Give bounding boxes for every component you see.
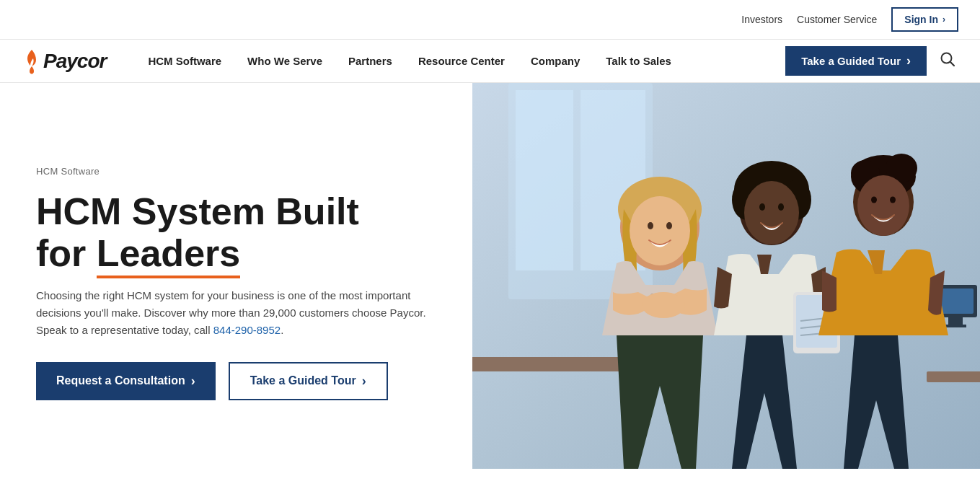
nav-item-resource-center[interactable]: Resource Center <box>405 40 518 83</box>
svg-line-1 <box>950 62 955 66</box>
signin-button[interactable]: Sign In › <box>891 7 958 32</box>
svg-point-14 <box>630 196 690 265</box>
paycor-wordmark: Paycor <box>43 50 106 73</box>
nav-item-partners[interactable]: Partners <box>335 40 405 83</box>
paycor-flame-icon <box>22 48 42 74</box>
consultation-chevron: › <box>191 374 195 389</box>
paycor-logo[interactable]: Paycor <box>22 48 106 74</box>
svg-rect-11 <box>945 325 966 327</box>
nav-item-who-we-serve[interactable]: Who We Serve <box>234 40 335 83</box>
hero-buttons: Request a Consultation › Take a Guided T… <box>36 362 436 400</box>
nav-guided-tour-button[interactable]: Take a Guided Tour › <box>785 46 927 76</box>
svg-point-30 <box>778 203 784 211</box>
hero-title: HCM System Built for Leaders <box>36 191 436 273</box>
search-button[interactable] <box>937 48 958 74</box>
svg-rect-6 <box>472 357 638 371</box>
nav-links: HCM Software Who We Serve Partners Resou… <box>135 40 785 83</box>
hero-title-underlined: Leaders <box>97 232 240 278</box>
logo-area[interactable]: Paycor <box>22 48 106 74</box>
svg-rect-10 <box>948 317 963 325</box>
svg-rect-4 <box>516 90 573 270</box>
hero-section: HCM Software HCM System Built for Leader… <box>0 83 980 469</box>
top-bar: Investors Customer Service Sign In › <box>0 0 980 40</box>
investors-link[interactable]: Investors <box>741 14 782 25</box>
svg-point-29 <box>759 203 765 211</box>
signin-chevron: › <box>943 14 945 25</box>
nav-right: Take a Guided Tour › <box>785 46 958 76</box>
svg-point-28 <box>744 181 799 244</box>
hero-image <box>472 83 980 469</box>
hero-description: Choosing the right HCM system for your b… <box>36 287 436 339</box>
hero-guided-tour-button[interactable]: Take a Guided Tour › <box>229 362 388 400</box>
guided-tour-chevron: › <box>906 53 911 69</box>
tour-chevron: › <box>362 374 366 389</box>
svg-rect-9 <box>937 288 974 314</box>
hero-phone-link[interactable]: 844-290-8952 <box>213 324 281 336</box>
hero-people-illustration <box>472 83 980 469</box>
hero-eyebrow: HCM Software <box>36 166 436 177</box>
svg-point-39 <box>890 197 896 203</box>
hero-content: HCM Software HCM System Built for Leader… <box>0 83 472 469</box>
main-nav: Paycor HCM Software Who We Serve Partner… <box>0 40 980 83</box>
customer-service-link[interactable]: Customer Service <box>797 14 877 25</box>
svg-point-23 <box>642 292 685 318</box>
nav-item-talk-to-sales[interactable]: Talk to Sales <box>593 40 684 83</box>
nav-item-hcm-software[interactable]: HCM Software <box>135 40 234 83</box>
search-icon <box>940 51 955 67</box>
request-consultation-button[interactable]: Request a Consultation › <box>36 362 216 400</box>
svg-rect-7 <box>927 371 980 382</box>
svg-point-15 <box>648 222 653 229</box>
svg-point-38 <box>871 197 877 203</box>
nav-item-company[interactable]: Company <box>518 40 593 83</box>
svg-point-16 <box>666 222 672 229</box>
svg-point-37 <box>857 175 909 236</box>
